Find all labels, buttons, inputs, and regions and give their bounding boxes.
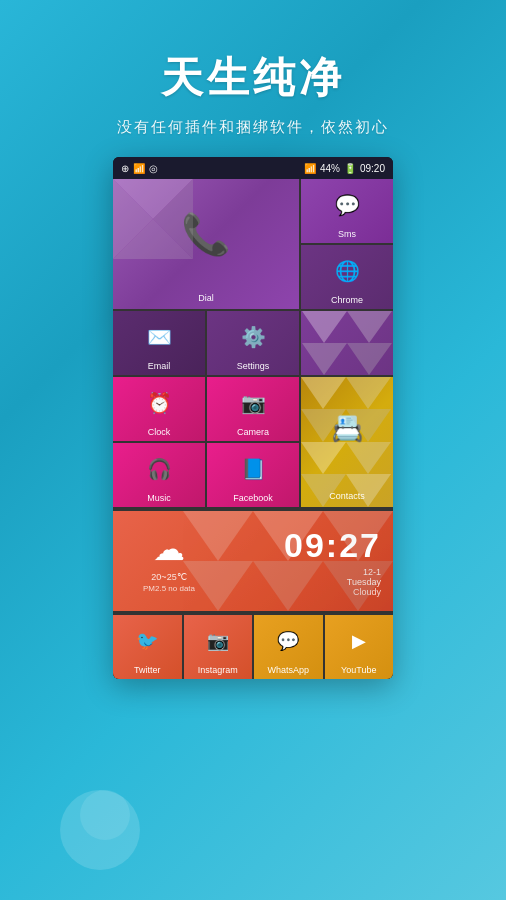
svg-marker-5 bbox=[347, 311, 392, 343]
status-bar: ⊕ 📶 ◎ 📶 44% 🔋 09:20 bbox=[113, 157, 393, 179]
signal-bars: 📶 bbox=[304, 163, 316, 174]
sim-icon: ⊕ bbox=[121, 163, 129, 174]
sms-icon: 💬 bbox=[335, 193, 360, 217]
music-tile[interactable]: 🎧 Music bbox=[113, 443, 205, 507]
facebook-tile[interactable]: 📘 Facebook bbox=[207, 443, 299, 507]
svg-marker-11 bbox=[346, 409, 391, 442]
settings-label: Settings bbox=[207, 361, 299, 371]
status-left: ⊕ 📶 ◎ bbox=[121, 163, 158, 174]
weather-tile[interactable]: ☁ 20~25℃ PM2.5 no data 09:27 12-1 Tuesda… bbox=[113, 511, 393, 611]
email-tile[interactable]: ✉️ Email bbox=[113, 311, 205, 375]
svg-marker-13 bbox=[346, 442, 391, 474]
instagram-icon: 📷 bbox=[207, 630, 229, 652]
clock-time: 09:20 bbox=[360, 163, 385, 174]
chrome-tile[interactable]: 🌐 Chrome bbox=[301, 245, 393, 309]
facebook-label: Facebook bbox=[207, 493, 299, 503]
email-label: Email bbox=[113, 361, 205, 371]
battery-percent: 44% bbox=[320, 163, 340, 174]
circle-decoration-2 bbox=[80, 790, 130, 840]
contacts-tile[interactable]: 📇 Contacts bbox=[301, 377, 393, 507]
whatsapp-icon: 💬 bbox=[277, 630, 299, 652]
twitter-label: Twitter bbox=[113, 665, 182, 675]
whatsapp-label: WhatsApp bbox=[254, 665, 323, 675]
wifi-icon: 📶 bbox=[133, 163, 145, 174]
svg-marker-17 bbox=[323, 511, 393, 561]
subtitle: 没有任何插件和捆绑软件，依然初心 bbox=[117, 118, 389, 137]
chrome-icon: 🌐 bbox=[335, 259, 360, 283]
svg-marker-21 bbox=[183, 561, 253, 611]
camera-icon: 📷 bbox=[241, 391, 266, 415]
clock-icon: ⏰ bbox=[147, 391, 172, 415]
dial-tile[interactable]: 📞 Dial bbox=[113, 179, 299, 309]
chrome-label: Chrome bbox=[301, 295, 393, 305]
app-grid: 📞 Dial 💬 Sms 🌐 Chrome ✉️ Email ⚙️ Set bbox=[113, 179, 393, 679]
clock-tile[interactable]: ⏰ Clock bbox=[113, 377, 205, 441]
twitter-icon: 🐦 bbox=[136, 630, 158, 652]
contacts-label: Contacts bbox=[301, 491, 393, 501]
svg-marker-20 bbox=[183, 511, 253, 561]
music-label: Music bbox=[113, 493, 205, 503]
svg-marker-19 bbox=[323, 561, 393, 611]
svg-marker-9 bbox=[346, 377, 391, 409]
phone-mockup: ⊕ 📶 ◎ 📶 44% 🔋 09:20 📞 Dial bbox=[113, 157, 393, 679]
battery-icon: 🔋 bbox=[344, 163, 356, 174]
clock-label: Clock bbox=[113, 427, 205, 437]
svg-marker-7 bbox=[347, 343, 392, 375]
youtube-icon: ▶ bbox=[352, 630, 366, 652]
settings-icon: ⚙️ bbox=[241, 325, 266, 349]
svg-marker-10 bbox=[301, 409, 346, 442]
geo-decoration bbox=[302, 311, 392, 375]
svg-marker-6 bbox=[302, 343, 347, 375]
dial-geo-bg bbox=[113, 179, 193, 259]
sms-tile[interactable]: 💬 Sms bbox=[301, 179, 393, 243]
empty-tile-1 bbox=[301, 311, 393, 375]
top-section: 天生纯净 没有任何插件和捆绑软件，依然初心 bbox=[117, 0, 389, 137]
settings-tile[interactable]: ⚙️ Settings bbox=[207, 311, 299, 375]
svg-marker-18 bbox=[253, 561, 323, 611]
weather-geo-bg bbox=[113, 511, 393, 611]
instagram-tile[interactable]: 📷 Instagram bbox=[184, 615, 253, 679]
whatsapp-tile[interactable]: 💬 WhatsApp bbox=[254, 615, 323, 679]
status-right: 📶 44% 🔋 09:20 bbox=[304, 163, 385, 174]
email-icon: ✉️ bbox=[147, 325, 172, 349]
svg-marker-4 bbox=[302, 311, 347, 343]
svg-marker-8 bbox=[301, 377, 346, 409]
main-title: 天生纯净 bbox=[161, 50, 345, 106]
svg-marker-16 bbox=[253, 511, 323, 561]
dial-label: Dial bbox=[113, 293, 299, 303]
instagram-label: Instagram bbox=[184, 665, 253, 675]
music-icon: 🎧 bbox=[147, 457, 172, 481]
twitter-tile[interactable]: 🐦 Twitter bbox=[113, 615, 182, 679]
youtube-tile[interactable]: ▶ YouTube bbox=[325, 615, 394, 679]
facebook-icon: 📘 bbox=[241, 457, 266, 481]
camera-label: Camera bbox=[207, 427, 299, 437]
sms-label: Sms bbox=[301, 229, 393, 239]
svg-marker-12 bbox=[301, 442, 346, 474]
camera-tile[interactable]: 📷 Camera bbox=[207, 377, 299, 441]
contacts-geo-bg bbox=[301, 377, 391, 507]
youtube-label: YouTube bbox=[325, 665, 394, 675]
location-icon: ◎ bbox=[149, 163, 158, 174]
